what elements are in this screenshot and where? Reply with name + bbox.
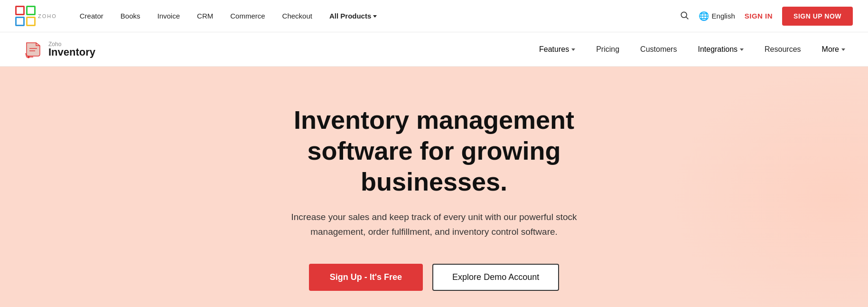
logo-sq-green xyxy=(26,6,36,15)
nav-invoice[interactable]: Invoice xyxy=(158,12,180,20)
logo-sq-red xyxy=(15,6,25,15)
nav-more[interactable]: More xyxy=(822,45,845,54)
inventory-logo-text: Zoho Inventory xyxy=(48,41,95,58)
logo-sq-blue xyxy=(15,17,25,26)
all-products-chevron-icon xyxy=(373,15,377,18)
hero-section: Inventory management software for growin… xyxy=(0,67,868,307)
features-chevron-icon xyxy=(571,48,575,51)
nav-all-products[interactable]: All Products xyxy=(329,12,377,20)
nav-resources[interactable]: Resources xyxy=(765,45,801,54)
search-icon xyxy=(680,10,689,20)
globe-icon: 🌐 xyxy=(699,11,709,21)
inventory-logo-icon xyxy=(23,39,44,60)
nav-commerce[interactable]: Commerce xyxy=(230,12,265,20)
nav-integrations[interactable]: Integrations xyxy=(698,45,744,54)
nav-customers[interactable]: Customers xyxy=(640,45,677,54)
zoho-logo-squares xyxy=(15,6,36,27)
hero-demo-button[interactable]: Explore Demo Account xyxy=(432,264,559,291)
language-label: English xyxy=(712,12,735,20)
sign-up-now-button[interactable]: SIGN UP NOW xyxy=(782,7,853,26)
svg-point-0 xyxy=(681,12,687,18)
nav-features[interactable]: Features xyxy=(539,45,575,54)
hero-buttons: Sign Up - It's Free Explore Demo Account xyxy=(309,264,559,291)
hero-signup-button[interactable]: Sign Up - It's Free xyxy=(309,264,423,291)
nav-crm[interactable]: CRM xyxy=(197,12,213,20)
top-nav-right: 🌐 English SIGN IN SIGN UP NOW xyxy=(680,7,853,26)
logo-sq-yellow xyxy=(26,17,36,26)
search-button[interactable] xyxy=(680,10,689,22)
zoho-logo[interactable]: ZOHO xyxy=(15,6,57,27)
hero-title: Inventory management software for growin… xyxy=(240,105,629,197)
nav-pricing[interactable]: Pricing xyxy=(596,45,619,54)
top-navigation: ZOHO Creator Books Invoice CRM Commerce … xyxy=(0,0,868,32)
language-selector[interactable]: 🌐 English xyxy=(699,11,735,21)
second-nav-links: Features Pricing Customers Integrations … xyxy=(539,45,845,54)
nav-books[interactable]: Books xyxy=(121,12,140,20)
inventory-logo[interactable]: Zoho Inventory xyxy=(23,39,95,60)
zoho-brand-text: ZOHO xyxy=(38,13,57,19)
nav-creator[interactable]: Creator xyxy=(80,12,103,20)
svg-line-1 xyxy=(686,17,688,19)
hero-subtitle: Increase your sales and keep track of ev… xyxy=(273,210,596,239)
product-navigation: Zoho Inventory Features Pricing Customer… xyxy=(0,32,868,67)
more-chevron-icon xyxy=(841,48,845,51)
sign-in-button[interactable]: SIGN IN xyxy=(745,12,773,20)
integrations-chevron-icon xyxy=(740,48,744,51)
top-nav-links: Creator Books Invoice CRM Commerce Check… xyxy=(80,12,680,20)
nav-checkout[interactable]: Checkout xyxy=(282,12,312,20)
